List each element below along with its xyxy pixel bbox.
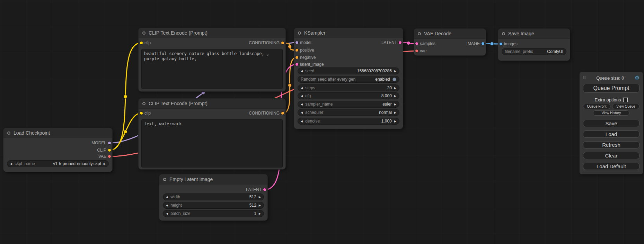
node-vae-decode[interactable]: VAE Decode samples vae IMAGE [414, 29, 486, 55]
output-slot-image[interactable] [481, 42, 485, 45]
increment-arrow-icon[interactable]: ▶ [394, 70, 396, 73]
widget-scheduler[interactable]: ◀ scheduler normal ▶ [298, 109, 399, 116]
node-title-bar[interactable]: Save Image [498, 29, 570, 39]
decrement-arrow-icon[interactable]: ◀ [166, 204, 168, 207]
widget-sampler-name[interactable]: ◀ sampler_name euler ▶ [298, 101, 399, 108]
collapse-dot-icon[interactable] [142, 102, 145, 105]
refresh-button[interactable]: Refresh [583, 141, 639, 148]
decrement-arrow-icon[interactable]: ◀ [301, 94, 303, 98]
widget-name: scheduler [305, 110, 323, 115]
increment-arrow-icon[interactable]: ▶ [259, 196, 261, 199]
widget-cfg[interactable]: ◀ cfg 8.000 ▶ [298, 92, 399, 99]
increment-arrow-icon[interactable]: ▶ [394, 120, 396, 123]
settings-gear-icon[interactable]: ⚙ [635, 75, 639, 81]
load-button[interactable]: Load [583, 130, 639, 138]
widget-filename-prefix[interactable]: filename_prefix ComfyUI [502, 48, 566, 55]
widget-random-seed-toggle[interactable]: Random seed after every gen enabled [298, 76, 399, 83]
increment-arrow-icon[interactable]: ▶ [394, 103, 396, 106]
view-queue-button[interactable]: View Queue [612, 104, 639, 109]
node-title-bar[interactable]: Load Checkpoint [3, 128, 112, 138]
widget-name: cfg [305, 93, 311, 98]
increment-arrow-icon[interactable]: ▶ [104, 162, 106, 165]
widget-value: 8.000 [381, 93, 392, 98]
widget-batch-size[interactable]: ◀ batch_size 1 ▶ [163, 210, 264, 217]
node-title: Save Image [508, 31, 534, 36]
collapse-dot-icon[interactable] [142, 31, 145, 35]
decrement-arrow-icon[interactable]: ◀ [301, 111, 303, 114]
node-clip-text-encode-negative[interactable]: CLIP Text Encode (Prompt) clip CONDITION… [139, 99, 285, 169]
widget-name: filename_prefix [505, 49, 533, 54]
extra-options-checkbox[interactable] [623, 98, 628, 102]
decrement-arrow-icon[interactable]: ◀ [166, 212, 168, 215]
node-title-bar[interactable]: CLIP Text Encode (Prompt) [139, 99, 285, 109]
input-slot-positive[interactable] [295, 48, 299, 52]
collapse-dot-icon[interactable] [502, 32, 505, 35]
widget-height[interactable]: ◀ height 512 ▶ [163, 202, 264, 209]
prompt-textarea[interactable]: text, watermark [141, 119, 283, 168]
node-title-bar[interactable]: KSampler [294, 28, 403, 38]
output-slot-vae[interactable] [108, 155, 111, 158]
decrement-arrow-icon[interactable]: ◀ [10, 162, 12, 165]
collapse-dot-icon[interactable] [7, 132, 10, 135]
input-slot-negative[interactable] [295, 56, 299, 59]
widget-value: v1-5-pruned-emaonly.ckpt [53, 161, 101, 166]
graph-canvas[interactable]: Load Checkpoint MODEL CLIP VAE ◀ ckpt_na… [0, 0, 644, 244]
input-slot-clip[interactable] [140, 41, 143, 45]
increment-arrow-icon[interactable]: ▶ [394, 94, 396, 98]
output-slot-clip[interactable] [108, 148, 111, 152]
input-slot-vae[interactable] [415, 49, 418, 53]
output-slot-model[interactable] [108, 141, 111, 145]
output-slot-latent[interactable] [398, 41, 402, 44]
node-load-checkpoint[interactable]: Load Checkpoint MODEL CLIP VAE ◀ ckpt_na… [3, 128, 112, 172]
input-slot-model[interactable] [295, 41, 299, 44]
collapse-dot-icon[interactable] [298, 31, 301, 35]
output-slot-conditioning[interactable] [281, 111, 284, 115]
node-empty-latent-image[interactable]: Empty Latent Image LATENT ◀ width 512 ▶ … [159, 174, 267, 220]
widget-ckpt-name[interactable]: ◀ ckpt_name v1-5-pruned-emaonly.ckpt ▶ [7, 160, 109, 167]
input-label-model: model [300, 39, 311, 46]
clear-button[interactable]: Clear [583, 152, 639, 159]
link-midpoint-dot [202, 91, 205, 94]
decrement-arrow-icon[interactable]: ◀ [301, 103, 303, 106]
load-default-button[interactable]: Load Default [583, 163, 639, 170]
node-clip-text-encode-positive[interactable]: CLIP Text Encode (Prompt) clip CONDITION… [139, 28, 285, 91]
widget-name: seed [305, 69, 314, 73]
increment-arrow-icon[interactable]: ▶ [394, 87, 396, 90]
decrement-arrow-icon[interactable]: ◀ [301, 87, 303, 90]
toggle-dot[interactable] [392, 78, 396, 81]
input-slot-clip[interactable] [140, 111, 143, 115]
node-save-image[interactable]: Save Image images filename_prefix ComfyU… [498, 29, 570, 61]
collapse-dot-icon[interactable] [418, 32, 421, 35]
input-slot-images[interactable] [499, 42, 503, 46]
increment-arrow-icon[interactable]: ▶ [394, 111, 396, 114]
increment-arrow-icon[interactable]: ▶ [259, 204, 261, 207]
input-slot-samples[interactable] [415, 42, 418, 45]
decrement-arrow-icon[interactable]: ◀ [301, 70, 303, 73]
widget-denoise[interactable]: ◀ denoise 1.000 ▶ [298, 118, 399, 125]
increment-arrow-icon[interactable]: ▶ [259, 212, 261, 215]
widget-steps[interactable]: ◀ steps 20 ▶ [298, 84, 399, 91]
queue-front-button[interactable]: Queue Front [583, 104, 610, 109]
output-slot-latent[interactable] [263, 188, 266, 191]
widget-name: batch_size [170, 211, 190, 216]
collapse-dot-icon[interactable] [163, 178, 166, 181]
node-title-bar[interactable]: VAE Decode [414, 29, 486, 39]
save-button[interactable]: Save [583, 120, 639, 127]
output-slot-conditioning[interactable] [281, 41, 284, 45]
widget-width[interactable]: ◀ width 512 ▶ [163, 193, 264, 200]
node-title-bar[interactable]: CLIP Text Encode (Prompt) [139, 28, 285, 38]
decrement-arrow-icon[interactable]: ◀ [301, 120, 303, 123]
widget-seed[interactable]: ◀ seed 156680208700286 ▶ [298, 67, 399, 74]
decrement-arrow-icon[interactable]: ◀ [166, 196, 168, 199]
input-slot-latent-image[interactable] [295, 63, 299, 66]
input-label-positive: positive [300, 47, 314, 53]
output-label-vae: VAE [98, 153, 106, 160]
view-history-button[interactable]: View History [593, 110, 629, 116]
output-label-image: IMAGE [466, 40, 480, 47]
prompt-textarea[interactable]: beautiful scenery nature glass bottle la… [141, 49, 283, 89]
node-title: VAE Decode [424, 31, 451, 36]
queue-prompt-button[interactable]: Queue Prompt [583, 84, 639, 93]
node-title-bar[interactable]: Empty Latent Image [159, 174, 267, 184]
drag-handle-icon[interactable]: ⠿ [583, 76, 586, 80]
node-ksampler[interactable]: KSampler model positive negative latent_… [294, 28, 403, 129]
